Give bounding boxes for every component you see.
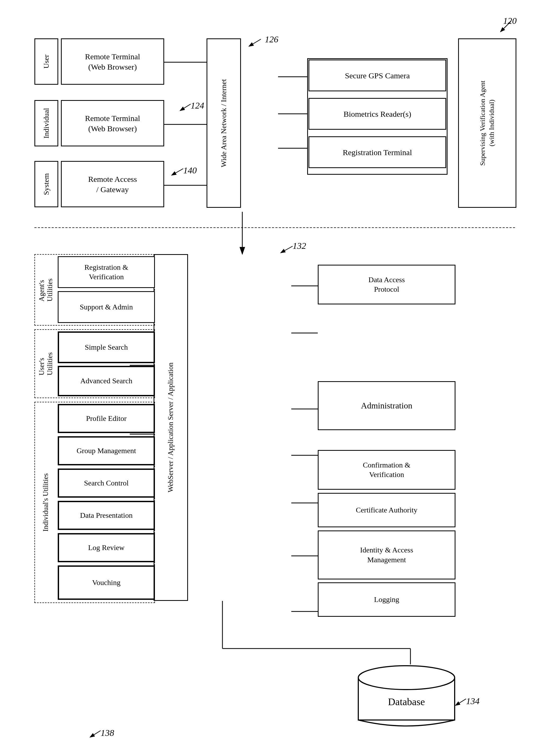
user-label: User xyxy=(34,38,58,85)
remote-terminal-user: Remote Terminal(Web Browser) xyxy=(61,38,164,85)
svg-point-47 xyxy=(358,666,455,690)
vouching: Vouching xyxy=(58,565,155,600)
identity-access-management: Identity & AccessManagement xyxy=(318,530,456,579)
ref-124: 124 xyxy=(191,101,204,111)
agents-utilities-label: Agent'sUtilities xyxy=(34,254,57,326)
ref-140: 140 xyxy=(183,165,197,175)
ref-132: 132 xyxy=(293,241,306,251)
profile-editor: Profile Editor xyxy=(58,404,155,433)
wan-box: Wide Area Network / Internet xyxy=(206,38,241,208)
log-review: Log Review xyxy=(58,533,155,562)
remote-terminal-individual: Remote Terminal(Web Browser) xyxy=(61,100,164,146)
svg-line-10 xyxy=(249,39,261,46)
simple-search: Simple Search xyxy=(58,331,155,363)
svg-line-13 xyxy=(171,169,183,175)
secure-gps-camera: Secure GPS Camera xyxy=(309,60,446,91)
individual-label: Individual xyxy=(34,100,58,146)
administration: Administration xyxy=(318,381,456,430)
biometrics-reader: Biometrics Reader(s) xyxy=(309,98,446,130)
svg-line-45 xyxy=(501,21,511,32)
data-access-protocol: Data AccessProtocol xyxy=(318,265,456,304)
individuals-utilities-label: Individual's Utilities xyxy=(34,402,57,603)
registration-terminal: Registration Terminal xyxy=(309,136,446,168)
confirmation-verification: Confirmation &Verification xyxy=(318,450,456,490)
ref-134: 134 xyxy=(466,696,480,706)
support-admin: Support & Admin xyxy=(58,291,155,323)
ref-138: 138 xyxy=(101,728,114,738)
svg-text:Database: Database xyxy=(388,696,425,707)
svg-line-40 xyxy=(90,731,101,737)
advanced-search: Advanced Search xyxy=(58,366,155,396)
search-control: Search Control xyxy=(58,469,155,498)
webserver-box: WebServer / Application Server / Applica… xyxy=(153,254,188,601)
logging-box: Logging xyxy=(318,582,456,617)
users-utilities-label: User'sUtilities xyxy=(34,329,57,398)
certificate-authority: Certificate Authority xyxy=(318,493,456,527)
group-management: Group Management xyxy=(58,436,155,465)
remote-access-gateway: Remote Access/ Gateway xyxy=(61,161,164,207)
registration-verification: Registration &Verification xyxy=(58,256,155,288)
system-label: System xyxy=(34,161,58,207)
svg-line-12 xyxy=(180,104,191,111)
database: Database xyxy=(358,664,456,728)
svg-line-41 xyxy=(456,699,466,705)
supervising-agent: Supervising Verification Agent(with Indi… xyxy=(458,38,516,208)
ref-126: 126 xyxy=(265,34,278,44)
svg-line-38 xyxy=(281,246,293,253)
data-presentation: Data Presentation xyxy=(58,501,155,530)
